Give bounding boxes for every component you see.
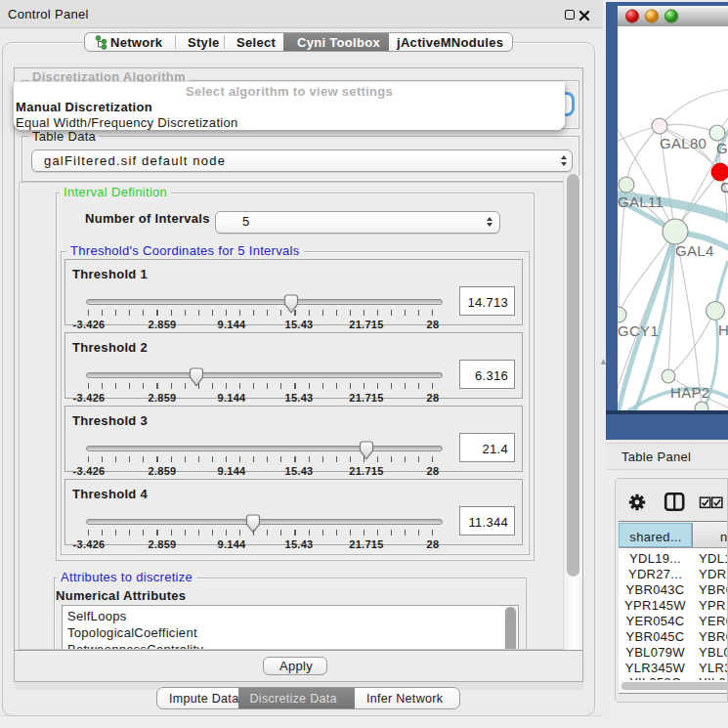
svg-text:C: C bbox=[720, 179, 728, 195]
svg-text:GCY1: GCY1 bbox=[618, 322, 659, 339]
svg-text:GAL4: GAL4 bbox=[675, 242, 714, 259]
svg-text:HAP2: HAP2 bbox=[670, 384, 709, 401]
svg-text:H: H bbox=[718, 321, 728, 338]
svg-text:GAL: GAL bbox=[716, 140, 728, 156]
svg-text:GAL11: GAL11 bbox=[618, 193, 664, 210]
svg-text:GAL80: GAL80 bbox=[660, 135, 707, 151]
